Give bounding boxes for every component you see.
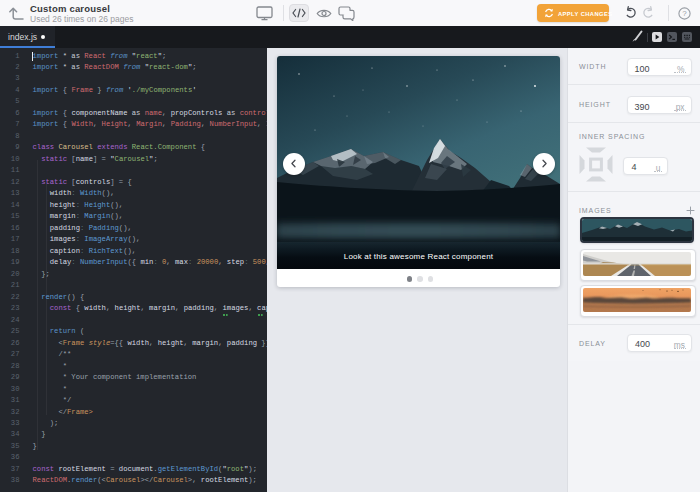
svg-text:?: ? [682, 9, 687, 18]
